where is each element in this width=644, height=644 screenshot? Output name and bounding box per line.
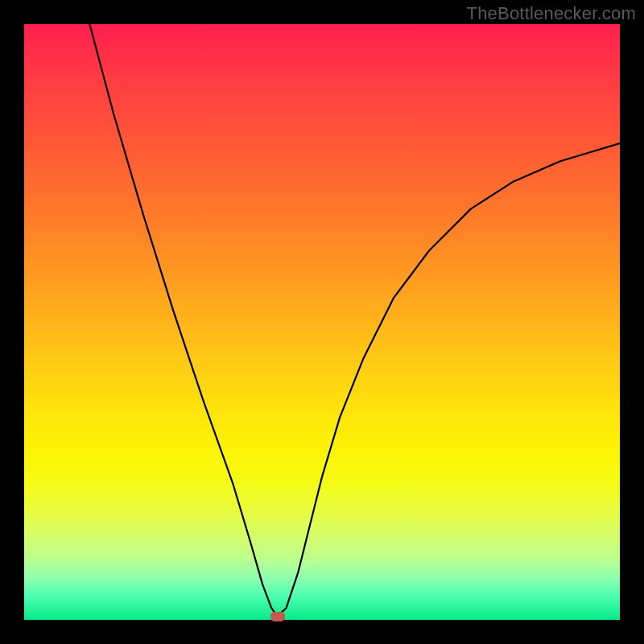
minimum-marker [270,612,285,621]
watermark-text: TheBottlenecker.com [467,3,636,24]
chart-frame: TheBottlenecker.com [0,0,644,644]
curve-svg [24,24,620,620]
bottleneck-curve-path [89,24,620,617]
plot-area [24,24,620,620]
